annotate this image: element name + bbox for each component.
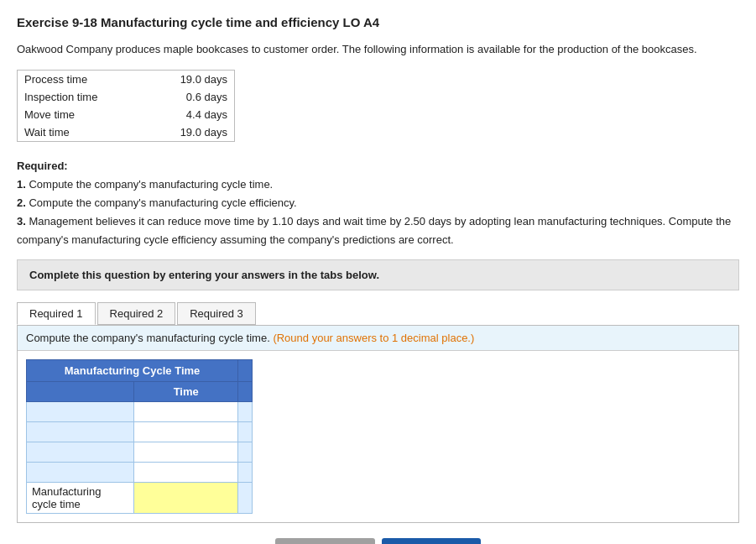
mct-row4-input[interactable] [134,462,238,482]
mct-row3-label [27,442,134,462]
mct-footer-field[interactable] [139,489,232,505]
page-title: Exercise 9-18 Manufacturing cycle time a… [17,15,739,29]
data-table-label: Process time [18,71,145,88]
tabs-row: Required 1Required 2Required 3 [17,302,739,325]
tab-req3[interactable]: Required 3 [177,302,256,325]
intro-text: Oakwood Company produces maple bookcases… [17,41,739,58]
mct-row3-blank [237,442,252,462]
mct-header: Manufacturing Cycle Time [27,359,238,381]
mct-subheader-blank [237,381,252,401]
tab-content: Compute the company's manufacturing cycl… [17,325,739,523]
mct-row2-input[interactable] [134,421,238,442]
data-table-value: 4.4 days [145,106,234,123]
mct-subheader-time: Time [134,381,238,401]
data-table-value: 19.0 days [145,71,234,88]
required-section: Required: 1. Compute the company's manuf… [17,157,739,249]
data-table-label: Move time [18,106,145,123]
mct-row3-field[interactable] [134,442,237,462]
data-table-value: 19.0 days [145,123,234,141]
next-button[interactable]: Required 2 > [382,538,482,544]
mct-row4-field[interactable] [134,463,237,482]
mct-footer-blank [237,482,252,513]
mct-row4-blank [237,462,252,482]
bottom-nav: < Required 1 Required 2 > [17,538,739,544]
mct-row2-label [27,421,134,442]
instruction-bar: Compute the company's manufacturing cycl… [18,326,738,351]
required-item: 2. Compute the company's manufacturing c… [17,194,739,212]
data-table-label: Wait time [18,123,145,141]
required-item: 1. Compute the company's manufacturing c… [17,175,739,194]
mct-row2-field[interactable] [134,422,237,442]
tab-req1[interactable]: Required 1 [17,302,96,325]
complete-box: Complete this question by entering your … [17,259,739,290]
mct-row2-blank [237,421,252,442]
mct-header-blank [237,359,252,381]
mct-row1-field[interactable] [134,402,237,421]
mct-row4-label [27,462,134,482]
mct-row3-input[interactable] [134,442,238,462]
mct-subheader-label [27,381,134,401]
prev-button[interactable]: < Required 1 [275,538,375,544]
mct-footer-label: Manufacturing cycle time [27,482,134,513]
mct-row1-blank [237,401,252,421]
mct-row1-input[interactable] [134,401,238,421]
data-table: Process time19.0 daysInspection time0.6 … [17,70,235,142]
data-table-label: Inspection time [18,88,145,106]
mct-footer-input[interactable] [134,482,238,513]
tab-req2[interactable]: Required 2 [97,302,176,325]
data-table-value: 0.6 days [145,88,234,106]
required-item: 3. Management believes it can reduce mov… [17,212,739,249]
mct-row1-label [27,401,134,421]
